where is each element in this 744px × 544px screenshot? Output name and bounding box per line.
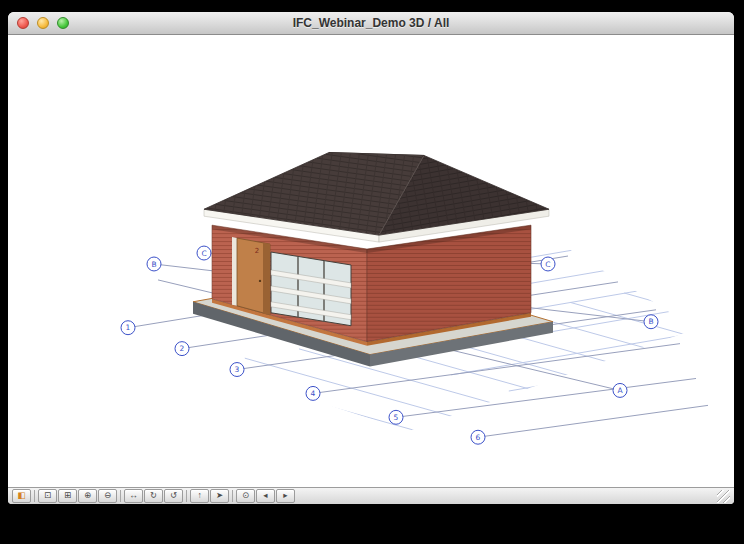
minimize-button[interactable] <box>37 17 49 29</box>
grid-line <box>82 386 582 487</box>
window-title: IFC_Webinar_Demo 3D / All <box>8 16 734 30</box>
pan-tool[interactable]: ↔ <box>124 489 143 503</box>
grid-axis-line <box>485 405 708 436</box>
grid-bubble-label: C <box>545 260 550 269</box>
app-window: IFC_Webinar_Demo 3D / All <box>8 12 734 504</box>
house-model[interactable]: 2 <box>193 152 553 366</box>
grid-bubble: 6 <box>471 430 485 444</box>
grid-bubble: 5 <box>389 410 403 424</box>
next-view-tool[interactable]: ▸ <box>276 489 295 503</box>
fit-in-window-tool[interactable]: ⊡ <box>38 489 57 503</box>
zoom-out-tool[interactable]: ⊖ <box>98 489 117 503</box>
door-edge-shade <box>263 243 270 315</box>
grid-bubble-label: 2 <box>180 344 185 353</box>
toolbar-separator <box>186 490 187 502</box>
previous-view-tool[interactable]: ◂ <box>256 489 275 503</box>
grid-line <box>299 349 734 487</box>
grid-bubble: A <box>613 383 627 397</box>
rotate-view-tool[interactable]: ↻ <box>144 489 163 503</box>
grid-bubble-label: 1 <box>126 323 131 332</box>
grid-line <box>28 395 528 487</box>
view-mode-tool[interactable]: ◧ <box>12 489 31 503</box>
orbit-tool[interactable]: ↺ <box>164 489 183 503</box>
toolbar-separator <box>34 490 35 502</box>
grid-bubble-label: B <box>648 317 653 326</box>
grid-bubble-label: 5 <box>394 413 399 422</box>
zoom-in-tool[interactable]: ⊕ <box>78 489 97 503</box>
grid-bubble: 3 <box>230 363 244 377</box>
grid-line <box>682 323 734 439</box>
look-to-tool[interactable]: ⊙ <box>236 489 255 503</box>
grid-line <box>136 377 636 487</box>
grid-bubble-label: B <box>151 260 156 269</box>
grid-bubble: 4 <box>306 386 320 400</box>
grid-bubble-label: 6 <box>476 433 481 442</box>
door-zone-label: 2 <box>255 247 259 255</box>
grid-bubble-label: C <box>201 249 206 258</box>
grid-line <box>733 274 734 414</box>
grid-line <box>8 405 474 487</box>
grid-bubble: B <box>147 257 161 271</box>
grid-line <box>678 284 734 424</box>
grid-bubble-label: A <box>617 386 623 395</box>
zoom-button[interactable] <box>57 17 69 29</box>
3d-scene[interactable]: 123456ABBCC <box>8 35 734 487</box>
toolbar-separator <box>120 490 121 502</box>
toolbar-separator <box>232 490 233 502</box>
grid-bubble: B <box>644 315 658 329</box>
grid-bubble: C <box>541 257 555 271</box>
traffic-lights <box>17 17 69 29</box>
close-button[interactable] <box>17 17 29 29</box>
grid-bubble-label: 4 <box>311 389 316 398</box>
grid-bubble: 2 <box>175 342 189 356</box>
grid-bubble-label: 3 <box>235 365 240 374</box>
zoom-window-tool[interactable]: ⊞ <box>58 489 77 503</box>
bottom-toolbar: ◧⊡⊞⊕⊖↔↻↺↑➤⊙◂▸ <box>8 487 734 504</box>
titlebar[interactable]: IFC_Webinar_Demo 3D / All <box>8 12 734 35</box>
resize-grip[interactable] <box>717 490 730 503</box>
grid-bubble: C <box>197 246 211 260</box>
door-jamb <box>232 237 237 306</box>
door-handle <box>259 280 261 282</box>
select-arrow-tool[interactable]: ➤ <box>210 489 229 503</box>
grid-line <box>624 307 734 423</box>
grid-line <box>624 293 734 433</box>
walk-tool[interactable]: ↑ <box>190 489 209 503</box>
grid-bubble: 1 <box>121 321 135 335</box>
grid-axis-line <box>403 378 696 416</box>
3d-viewport[interactable]: 123456ABBCC <box>8 35 734 487</box>
